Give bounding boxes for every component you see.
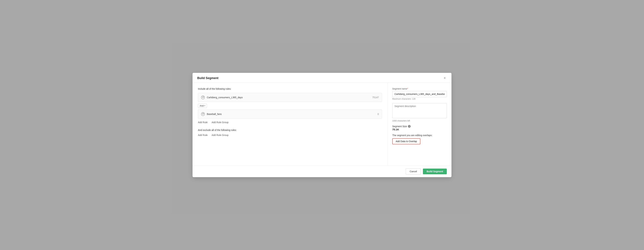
modal-title: Build Segment	[197, 76, 218, 80]
exclude-add-rule-button[interactable]: Add Rule	[198, 134, 208, 136]
chevron-down-icon: ▾	[204, 105, 205, 107]
build-segment-button[interactable]: Build Segment	[423, 169, 447, 174]
info-icon[interactable]: i	[408, 125, 410, 128]
modal-footer: Cancel Build Segment	[192, 166, 452, 177]
overlap-section: The segment you are editing overlaps: Ad…	[392, 134, 447, 144]
and-badge-button[interactable]: And ▾	[198, 104, 207, 108]
segment-desc-hint: 1000 characters left	[392, 120, 447, 122]
exclude-add-rule-group-button[interactable]: Add Rule Group	[212, 134, 228, 136]
exclude-section-label: And exclude all of the following rules:	[198, 129, 382, 131]
svg-point-3	[202, 114, 204, 115]
and-connector: And ▾	[198, 104, 382, 108]
modal-sidebar: Segment name* Maximum characters: 128 10…	[388, 83, 452, 166]
table-row: Baseball_fans 0	[198, 110, 382, 118]
rule2-count: 0	[378, 113, 379, 115]
table-row: Carlsberg_consumers_L365_days 75147	[198, 93, 382, 102]
include-rule-group: Carlsberg_consumers_L365_days 75147	[198, 93, 382, 102]
svg-point-1	[202, 97, 204, 98]
segment-name-label: Segment name*	[392, 88, 447, 90]
modal-overlay: Build Segment × Include all of the follo…	[0, 0, 644, 250]
segment-icon	[201, 96, 205, 99]
add-data-to-overlap-button[interactable]: Add Data to Overlap	[392, 138, 420, 144]
segment-size-section: Segment Size i 75.1K	[392, 125, 447, 131]
include-rule-group-2: Baseball_fans 0	[198, 110, 382, 119]
segment-desc-field: 1000 characters left	[392, 103, 447, 122]
segment-name-hint: Maximum characters: 128	[392, 98, 447, 100]
overlap-label: The segment you are editing overlaps:	[392, 134, 447, 137]
segment-name-field: Segment name* Maximum characters: 128	[392, 88, 447, 100]
build-segment-modal: Build Segment × Include all of the follo…	[192, 73, 452, 177]
segment-size-label: Segment Size i	[392, 125, 447, 128]
cancel-button[interactable]: Cancel	[406, 168, 421, 174]
modal-main: Include all of the following rules:	[192, 83, 388, 166]
segment-icon-2	[201, 112, 205, 116]
rule2-name: Baseball_fans	[207, 113, 376, 115]
close-button[interactable]: ×	[442, 76, 447, 80]
exclude-actions-row: Add Rule Add Rule Group	[198, 134, 382, 136]
modal-body: Include all of the following rules:	[192, 83, 452, 166]
add-rule-group-button[interactable]: Add Rule Group	[212, 121, 228, 124]
modal-header: Build Segment ×	[192, 73, 452, 83]
segment-desc-textarea[interactable]	[392, 103, 447, 118]
exclude-section: And exclude all of the following rules: …	[198, 129, 382, 136]
and-label: And	[200, 104, 204, 107]
segment-name-input[interactable]	[392, 91, 447, 97]
segment-size-value: 75.1K	[392, 128, 447, 131]
rule1-name: Carlsberg_consumers_L365_days	[207, 96, 370, 99]
add-rule-button[interactable]: Add Rule	[198, 121, 208, 124]
rule1-count: 75147	[372, 96, 379, 99]
include-section-label: Include all of the following rules:	[198, 88, 382, 90]
include-actions-row: Add Rule Add Rule Group	[198, 121, 382, 124]
